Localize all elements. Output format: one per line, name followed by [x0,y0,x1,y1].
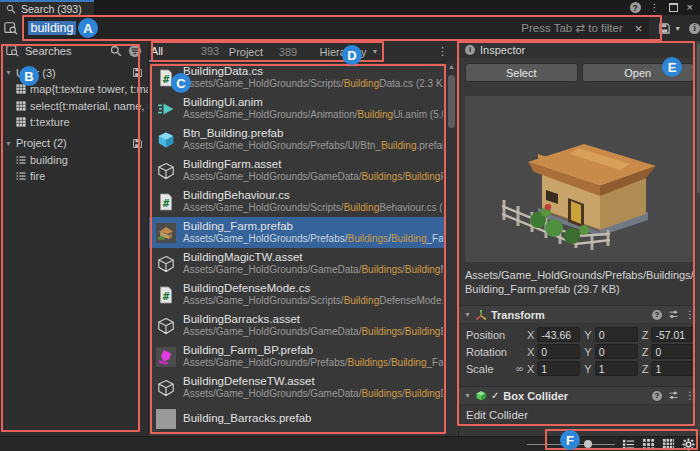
sidebar-group-user[interactable]: ▼User (3) [0,64,148,81]
inspector-scrollbar[interactable] [696,41,700,437]
sidebar-group-label: User (3) [16,67,132,79]
tab-overflow-menu-icon[interactable]: ⋮ [437,45,457,58]
maximize-icon[interactable] [669,3,678,12]
select-button[interactable]: Select [465,63,578,82]
svg-text:#: # [162,196,169,209]
sidebar-item-t-texture[interactable]: t:texture [0,114,148,131]
result-title: BuildingData.cs [183,65,443,78]
position-x-field[interactable]: -43.66 [537,327,580,342]
scale-z-field[interactable]: 1 [651,361,695,376]
edit-collider-label[interactable]: Edit Collider [459,405,700,421]
settings-gear-button[interactable] [682,438,695,451]
component-enabled-checkbox[interactable]: ✓ [491,390,499,401]
axis-label: Y [584,346,591,358]
scroll-up-icon[interactable]: ▲ [446,62,457,72]
filter-icon[interactable] [128,44,142,58]
collapse-arrow-icon[interactable]: ▼ [5,69,12,76]
farm-building-image [480,104,680,254]
table-view-button[interactable] [662,438,675,451]
help-icon[interactable]: ? [630,2,641,13]
sidebar-item-select-t-material-na[interactable]: select{t:material, name, # [0,98,148,115]
preset-icon[interactable] [668,390,679,401]
rotation-x-field[interactable]: 0 [537,344,580,359]
item-size-slider[interactable] [527,437,615,451]
window-menu-icon[interactable]: ⋮ [650,3,660,13]
save-search-icon[interactable] [132,138,143,149]
result-row[interactable]: BuildingMagicTW.assetAssets/Game_HoldGro… [149,248,446,279]
sidebar-item-fire[interactable]: fire [0,168,148,185]
box-collider-component-header[interactable]: ▼ ✓ Box Collider ? ⋮ [459,386,700,405]
help-icon[interactable]: ? [652,310,662,320]
path-segment: Assets/Game_HoldGrounds/GameData/ [183,171,361,182]
sidebar-item-label: building [30,154,68,166]
result-title: Building_Farm.prefab [183,220,443,233]
window-tab[interactable]: Search (393) [0,0,94,15]
result-row[interactable]: #BuildingDefenseMode.csAssets/Game_HoldG… [149,279,446,310]
match-highlight: Buildings [361,326,402,337]
result-row[interactable]: #BuildingData.csAssets/Game_HoldGrounds/… [149,62,446,93]
tab-label: Hierarchy [320,46,366,58]
chevron-down-icon[interactable]: ▼ [372,48,379,55]
axis-label: Z [642,329,649,341]
list-icon [16,155,26,165]
rotation-z-field[interactable]: 0 [651,344,695,359]
save-search-icon[interactable] [132,67,143,78]
result-row[interactable]: BuildingBarracks.assetAssets/Game_HoldGr… [149,310,446,341]
match-highlight: Building [381,140,417,151]
open-button[interactable]: Open [582,63,695,82]
result-row[interactable]: BuildingDefenseTW.assetAssets/Game_HoldG… [149,372,446,403]
scale-x-field[interactable]: 1 [537,361,580,376]
result-row[interactable]: BuildingFarm.assetAssets/Game_HoldGround… [149,155,446,186]
svg-text:#: # [162,72,169,85]
scrollbar-thumb[interactable] [448,75,455,128]
result-row[interactable]: Building_Barracks.prefab [149,403,446,434]
grid-view-button[interactable] [642,438,655,451]
sidebar-item-building[interactable]: building [0,152,148,169]
tab-project[interactable]: Project389 [221,41,305,62]
axis-y: Y1 [584,361,637,376]
axis-label: Z [642,346,649,358]
sidebar-item-label: t:texture [30,116,70,128]
result-path: Assets/Game_HoldGrounds/Animation/Buildi… [183,109,443,121]
position-z-field[interactable]: -57.01 [651,327,695,342]
transform-component-header[interactable]: ▼ Transform ? ⋮ [459,305,700,324]
axis-y: Y0 [584,344,637,359]
scale-y-field[interactable]: 1 [595,361,638,376]
position-y-field[interactable]: 0 [595,327,638,342]
result-row[interactable]: #BuildingBehaviour.csAssets/Game_HoldGro… [149,186,446,217]
component-menu-icon[interactable]: ⋮ [685,310,695,320]
result-row[interactable]: Building_Farm_BP.prefabAssets/Game_HoldG… [149,341,446,372]
field-label: Scale [466,363,512,375]
inspector-toggle-button[interactable]: i [689,23,700,34]
scrollbar-thumb[interactable] [697,43,700,193]
axis-z: Z-57.01 [642,327,695,342]
result-text: BuildingBarracks.assetAssets/Game_HoldGr… [183,313,443,338]
result-title: BuildingUi.anim [183,96,443,109]
sidebar-group-project[interactable]: ▼Project (2) [0,135,148,152]
collapse-arrow-icon[interactable]: ▼ [5,140,12,147]
search-input[interactable]: building Press Tab ⇄ to filter × [21,17,649,39]
path-segment: Assets/Game_HoldGrounds/Animation/ [183,109,358,120]
close-icon[interactable]: × [687,2,693,13]
help-icon[interactable]: ? [652,391,662,401]
rotation-y-field[interactable]: 0 [595,344,638,359]
foldout-arrow-icon[interactable]: ▼ [464,392,471,399]
clear-search-icon[interactable]: × [635,22,643,35]
preset-icon[interactable] [668,309,679,320]
search-searches-icon[interactable] [110,45,122,57]
constrain-proportions-icon[interactable]: ∞ [512,364,527,374]
tab-hierarchy[interactable]: Hierarchy▼ [305,41,393,62]
foldout-arrow-icon[interactable]: ▼ [464,311,471,318]
result-text: BuildingData.csAssets/Game_HoldGrounds/S… [183,65,443,90]
result-row[interactable]: BuildingUi.animAssets/Game_HoldGrounds/A… [149,93,446,124]
results-scrollbar[interactable]: ▲ [445,62,457,437]
list-view-button[interactable] [622,438,635,451]
result-row[interactable]: Btn_Building.prefabAssets/Game_HoldGroun… [149,124,446,155]
save-search-button[interactable]: ▼ [658,22,681,35]
result-title: Btn_Building.prefab [183,127,443,140]
slider-thumb[interactable] [584,440,592,448]
sidebar-item-map-t-texture-tower-[interactable]: map{t:texture tower, t:ma [0,81,148,98]
component-menu-icon[interactable]: ⋮ [685,391,695,401]
result-row[interactable]: Building_Farm.prefabAssets/Game_HoldGrou… [149,217,446,248]
tab-all[interactable]: All393 [149,41,221,62]
